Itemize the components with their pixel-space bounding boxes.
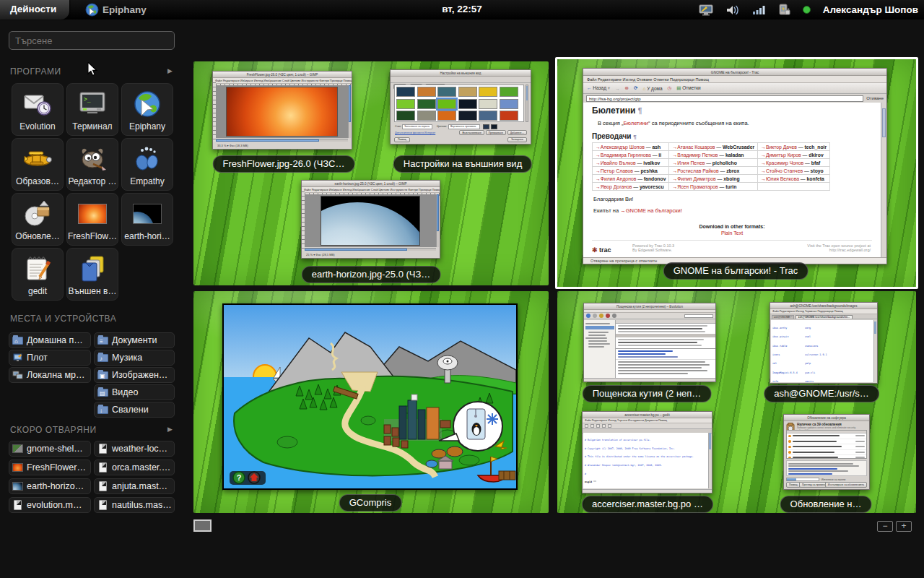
reload-icon[interactable]: ⟳ [634,85,637,91]
recent-item[interactable]: evolution.m… [9,497,91,513]
recent-item[interactable]: anjuta.mast… [94,478,175,494]
window-epiphany-trac[interactable]: GNOME на български! - Trac Файл Редактир… [583,68,887,264]
volume-icon[interactable] [725,4,740,16]
place-pictures[interactable]: ▣ Изображен… [94,367,175,383]
stop-icon[interactable]: ⊗ [625,85,629,91]
bulletins-link[interactable]: Бюлетини [623,120,648,126]
translator-link[interactable]: →Илия Пенев [672,160,705,165]
translator-link[interactable]: →Ивайло Вълков [596,160,636,165]
wallpaper-thumbnail[interactable] [437,87,456,97]
forward-icon[interactable]: → [615,86,620,91]
activities-button[interactable]: Дейности [0,0,69,20]
add-workspace-button[interactable]: + [896,521,912,532]
gimp-canvas[interactable] [305,194,436,247]
display-settings-icon[interactable] [699,4,713,16]
network-signal-icon[interactable] [752,4,765,15]
evolution-message-list[interactable] [616,320,715,349]
translator-link[interactable]: →Явор Доганов [596,184,632,189]
search-input[interactable] [9,31,175,50]
translator-link[interactable]: →Петър Славов [596,168,633,173]
place-downloads[interactable]: ↓ Свалени [94,402,175,418]
color-swatch[interactable] [491,124,497,129]
workspace-indicator[interactable] [193,519,212,532]
wallpaper-thumbnail[interactable] [500,99,518,109]
close-button[interactable]: Затваряне [507,137,527,142]
style-dropdown[interactable]: Запълване на екрана [402,124,432,129]
home-button[interactable]: ⌂ У дома [642,86,662,91]
app-tile-gimp[interactable]: Редактор … [66,138,118,191]
recent-item[interactable]: gnome-shel… [9,441,91,457]
workspace-3[interactable]: ? GCompris [193,291,549,513]
window-appearance[interactable]: Настройки на външния вид Тема Фон Шрифто… [390,69,531,144]
scrollbar[interactable] [881,103,886,257]
epiphany-menubar[interactable]: Файл Редактиране Изглед Отиване Отметки … [583,76,886,83]
clock[interactable]: вт, 22:57 [442,4,482,14]
wallpaper-thumbnail[interactable] [396,87,415,97]
terminal-tab-active[interactable]: ash@GNOME:/usr/share/backgrounds/im… [796,315,852,319]
gedit-toolbar[interactable] [583,423,712,429]
help-button[interactable]: Помощ [394,137,410,142]
app-tile-earth-horizon[interactable]: earth-hori… [121,193,173,246]
translator-link[interactable]: →Филип Димитров [672,176,715,181]
gimp-menubar[interactable]: Файл Редактиране Избиране Изглед Изображ… [213,78,352,84]
terminal-menubar[interactable]: Файл Редактиране Изглед Терминал Подпроз… [770,309,877,314]
place-documents[interactable]: ≡ Документи [94,332,175,348]
workspace-1[interactable]: FreshFlower.jpg-26.0 (ЧЗС цвят, 1 слой) … [193,61,549,285]
app-tile-software-update[interactable]: Обновле… [12,193,64,246]
translator-link[interactable]: →Владимира Гиргинова [596,152,651,158]
app-tile-terminal[interactable]: >_ Терминал [66,83,118,136]
scrollbar[interactable] [305,248,436,251]
gimp-menubar[interactable]: Файл Редактиране Избиране Изглед Изображ… [302,187,440,193]
window-terminal[interactable]: ash@GNOME:/usr/share/backgrounds/images … [770,302,878,384]
translator-link[interactable]: →Виктор Дачев [761,144,797,150]
get-more-backgrounds-link[interactable]: Допълнителни фонове в Интернет [395,131,435,134]
go-button[interactable]: Отиване [866,96,884,100]
place-home[interactable]: ⌂ Домашна п… [9,332,91,348]
terminal-tab[interactable]: ash@GNOME:~ [772,315,794,319]
scrollbar[interactable] [436,194,439,247]
evolution-preview-pane[interactable] [616,349,715,378]
wallpaper-thumbnail[interactable] [396,99,415,109]
window-gedit-po[interactable]: accerciser.master.bg.po – gedit Файл Ред… [582,411,712,493]
recent-item[interactable]: orca.master.… [94,460,175,475]
app-tile-gcompris[interactable]: Образов… [12,138,64,191]
window-gimp-freshflower[interactable]: FreshFlower.jpg-26.0 (ЧЗС цвят, 1 слой) … [212,71,352,150]
wallpaper-thumbnail[interactable] [417,99,436,109]
scrollbar[interactable] [873,320,876,382]
app-tile-epiphany[interactable]: Epiphany [121,83,173,136]
address-bar[interactable]: http://fsa-bg.org/project/gtp [586,95,863,102]
wallpaper-thumbnail[interactable] [417,111,436,121]
translator-link[interactable]: →Юлия Велкова [761,176,799,181]
window-updates[interactable]: Обновление на софтуера Налични са 39 обн… [783,414,870,490]
wallpaper-thumbnail[interactable] [396,111,415,121]
wallpaper-thumbnail[interactable] [458,111,477,121]
app-well[interactable]: Epiphany [85,0,147,20]
app-tile-freshflower[interactable]: FreshFlow… [66,193,118,246]
place-desktop[interactable]: Плот [9,350,91,366]
translator-link[interactable]: →Ясен Праматаров [672,184,718,189]
restore-button[interactable]: Възстановяване [459,130,484,135]
remove-button[interactable]: Премахване [486,130,506,135]
history-icon[interactable]: ◷ [668,85,672,91]
scrollbar[interactable] [526,85,528,122]
gedit-menubar[interactable]: Файл Редактиране Изглед Търсене Инструме… [583,418,712,423]
add-button[interactable]: Добавяне… [507,130,527,135]
workspace-4[interactable]: Пощенска кутия (2 непрочетени) – Evoluti… [557,291,916,513]
wallpaper-thumbnail[interactable] [479,111,497,121]
window-evolution[interactable]: Пощенска кутия (2 непрочетени) – Evoluti… [583,303,716,382]
translator-link[interactable]: →Владимир Петков [672,152,718,158]
power-icon[interactable] [777,4,790,16]
remove-workspace-button[interactable]: − [877,521,893,532]
window-gcompris[interactable]: ? [222,303,518,490]
scrollbar[interactable] [348,85,351,138]
translator-link[interactable]: →Филип Андонов [596,176,636,181]
recent-item[interactable]: weather-loc… [94,441,175,457]
scrollbar[interactable] [216,139,348,142]
back-button[interactable]: ← Назад ▾ [587,85,610,91]
recent-item[interactable]: earth-horizo… [9,478,91,494]
wallpaper-thumbnail[interactable] [500,111,518,121]
wallpaper-thumbnail-selected[interactable] [437,99,456,109]
scrollbar[interactable] [708,433,711,488]
help-button[interactable]: Помощ [786,482,801,487]
translator-link[interactable]: →Димитър Киров [761,152,801,158]
